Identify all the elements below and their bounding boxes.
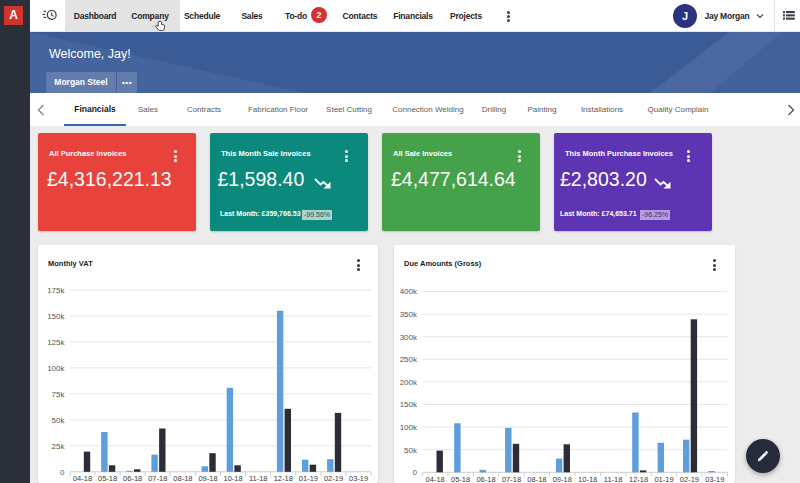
svg-text:09-18: 09-18: [553, 475, 572, 483]
svg-text:05-18: 05-18: [98, 474, 117, 483]
svg-text:150k: 150k: [400, 400, 418, 409]
svg-text:75k: 75k: [52, 390, 66, 399]
svg-text:08-18: 08-18: [173, 474, 192, 483]
svg-text:03-19: 03-19: [705, 475, 724, 483]
svg-text:04-18: 04-18: [73, 474, 92, 483]
svg-text:07-18: 07-18: [148, 474, 167, 483]
svg-text:03-19: 03-19: [349, 474, 368, 483]
svg-text:200k: 200k: [400, 378, 418, 387]
svg-text:06-18: 06-18: [123, 474, 142, 483]
svg-text:02-19: 02-19: [680, 475, 699, 483]
svg-text:125k: 125k: [47, 338, 65, 347]
svg-text:25k: 25k: [52, 442, 66, 451]
svg-text:50k: 50k: [52, 416, 66, 425]
svg-text:04-18: 04-18: [426, 475, 445, 483]
svg-text:10-18: 10-18: [578, 475, 597, 483]
svg-text:350k: 350k: [400, 310, 418, 319]
svg-text:250k: 250k: [400, 355, 418, 364]
svg-text:02-19: 02-19: [324, 474, 343, 483]
svg-text:08-18: 08-18: [527, 475, 546, 483]
svg-text:12-18: 12-18: [274, 474, 293, 483]
svg-text:50k: 50k: [404, 446, 418, 455]
svg-text:12-18: 12-18: [629, 475, 648, 483]
svg-text:05-18: 05-18: [451, 475, 470, 483]
svg-text:175k: 175k: [47, 286, 65, 295]
svg-text:09-18: 09-18: [198, 474, 217, 483]
svg-text:100k: 100k: [400, 423, 418, 432]
svg-text:0: 0: [60, 468, 65, 477]
svg-text:01-19: 01-19: [299, 474, 318, 483]
svg-text:100k: 100k: [47, 364, 65, 373]
svg-text:11-18: 11-18: [604, 475, 623, 483]
svg-text:300k: 300k: [400, 333, 418, 342]
svg-text:0: 0: [413, 468, 418, 477]
svg-text:07-18: 07-18: [502, 475, 521, 483]
svg-text:06-18: 06-18: [476, 475, 495, 483]
svg-text:11-18: 11-18: [249, 474, 268, 483]
svg-text:10-18: 10-18: [224, 474, 243, 483]
svg-text:400k: 400k: [400, 287, 418, 296]
svg-text:150k: 150k: [47, 312, 65, 321]
svg-text:01-19: 01-19: [654, 475, 673, 483]
